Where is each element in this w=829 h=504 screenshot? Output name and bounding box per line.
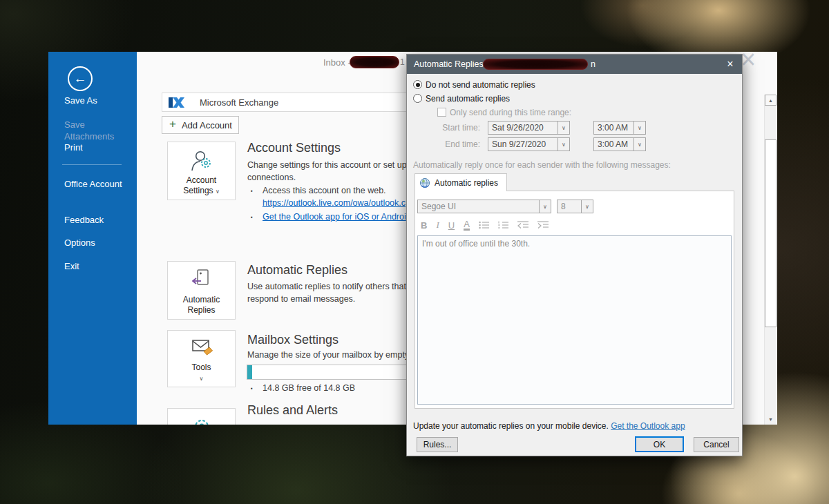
radio-do-not-send[interactable] — [413, 80, 422, 89]
rules-button-label: Rules... — [423, 440, 452, 449]
end-time-value: 3:00 AM — [594, 139, 633, 149]
mailbox-tools-button[interactable]: Tools ∨ — [167, 330, 236, 387]
section-title-rules-alerts: Rules and Alerts — [247, 403, 338, 418]
reply-message-text: I'm out of office until the 30th. — [422, 239, 530, 249]
globe-icon — [419, 177, 430, 188]
scrollbar-up-button[interactable]: ▲ — [765, 95, 776, 106]
plus-icon: + — [169, 117, 176, 131]
start-date-dropdown[interactable]: Sat 9/26/2020 ∨ — [488, 121, 570, 135]
bold-button[interactable]: B — [421, 220, 427, 231]
back-button[interactable]: ← — [68, 66, 93, 91]
reply-editor-panel: Segoe UI ∨ 8 ∨ B I U A — [414, 191, 734, 409]
increase-indent-button[interactable] — [537, 221, 549, 229]
sidebar-item-save-attachments[interactable]: Save Attachments — [64, 119, 133, 142]
chevron-down-icon: ∨ — [633, 122, 645, 134]
underline-button[interactable]: U — [448, 220, 455, 231]
end-time-label: End time: — [440, 139, 480, 149]
automatic-replies-desc-1: Use automatic replies to notify others t… — [247, 282, 413, 291]
mailbox-storage-text: 14.8 GB free of 14.8 GB — [263, 383, 355, 393]
mobile-update-text: Update your automatic replies on your mo… — [413, 421, 609, 431]
section-title-account-settings: Account Settings — [247, 141, 341, 155]
automatic-replies-desc-2: respond to email messages. — [247, 294, 355, 304]
get-outlook-app-dialog-link[interactable]: Get the Outlook app — [611, 421, 685, 431]
start-time-dropdown[interactable]: 3:00 AM ∨ — [593, 121, 646, 135]
sidebar-item-options[interactable]: Options — [64, 237, 133, 249]
chevron-down-icon: ∨ — [200, 376, 204, 382]
font-size-value: 8 — [558, 202, 581, 211]
decrease-indent-button[interactable] — [517, 221, 528, 229]
dialog-titlebar[interactable]: Automatic Replies - n × — [407, 55, 742, 74]
add-account-button[interactable]: + Add Account — [162, 116, 239, 134]
section-title-automatic-replies: Automatic Replies — [247, 263, 347, 278]
start-time-label: Start time: — [440, 123, 480, 133]
mailbox-desc: Manage the size of your mailbox by empty… — [247, 350, 411, 360]
account-web-access-text: Access this account on the web. — [263, 186, 386, 195]
vertical-scrollbar[interactable]: ▲ ▼ — [764, 95, 776, 425]
redacted-email-header — [350, 56, 399, 68]
radio-selected-dot — [416, 83, 420, 87]
tab-automatic-replies[interactable]: Automatic replies — [414, 173, 507, 191]
sidebar-item-feedback[interactable]: Feedback — [64, 214, 133, 226]
cancel-button-label: Cancel — [703, 440, 729, 449]
dialog-close-button[interactable]: × — [723, 56, 738, 72]
time-range-label[interactable]: Only send during this time range: — [450, 108, 571, 117]
font-family-value: Segoe UI — [418, 202, 539, 211]
start-date-value: Sat 9/26/2020 — [488, 123, 558, 133]
end-date-dropdown[interactable]: Sun 9/27/2020 ∨ — [488, 137, 570, 151]
sidebar-item-print[interactable]: Print — [64, 142, 133, 153]
card-label-line1: Tools — [191, 362, 211, 372]
window-close-icon[interactable]: × — [741, 52, 756, 75]
reply-message-textarea[interactable]: I'm out of office until the 30th. — [417, 235, 732, 405]
bullet-icon: ▪ — [251, 385, 253, 391]
sidebar-item-save-as[interactable]: Save As — [64, 95, 133, 106]
automatic-replies-dialog: Automatic Replies - n × Do not send auto… — [406, 54, 743, 456]
folder-breadcrumb-trail: 1 — [400, 57, 405, 67]
end-time-dropdown[interactable]: 3:00 AM ∨ — [593, 137, 646, 151]
automatic-replies-button[interactable]: Automatic Replies — [167, 261, 236, 320]
chevron-down-icon: ∨ — [581, 200, 593, 213]
sidebar-item-office-account[interactable]: Office Account — [64, 178, 133, 190]
automatic-replies-icon — [188, 269, 216, 292]
chevron-down-icon: ∨ — [558, 138, 569, 151]
desktop-wallpaper: ← Save As Save Attachments Print Office … — [0, 0, 829, 504]
card-label-line2: Settings — [183, 186, 213, 195]
section-title-mailbox-settings: Mailbox Settings — [247, 333, 339, 347]
radio-do-not-send-label[interactable]: Do not send automatic replies — [426, 80, 535, 90]
chevron-down-icon: ∨ — [539, 200, 551, 213]
get-outlook-app-link[interactable]: Get the Outlook app for iOS or Androi — [263, 212, 406, 222]
radio-send-label[interactable]: Send automatic replies — [426, 94, 510, 104]
scrollbar-down-button[interactable]: ▼ — [765, 414, 776, 425]
rules-alerts-button[interactable] — [167, 408, 236, 425]
radio-send[interactable] — [413, 94, 422, 103]
font-color-button[interactable]: A — [464, 220, 470, 231]
end-date-value: Sun 9/27/2020 — [488, 139, 558, 149]
cancel-button[interactable]: Cancel — [694, 437, 739, 452]
font-family-dropdown[interactable]: Segoe UI ∨ — [417, 200, 551, 213]
rules-button[interactable]: Rules... — [417, 437, 458, 452]
dialog-title: Automatic Replies - — [414, 59, 488, 69]
bullet-list-button[interactable] — [479, 221, 489, 229]
numbered-list-button[interactable] — [498, 221, 508, 229]
ok-button[interactable]: OK — [635, 436, 684, 452]
account-settings-desc-1: Change settings for this account or set … — [247, 160, 417, 170]
font-size-dropdown[interactable]: 8 ∨ — [557, 200, 593, 213]
exchange-logo-icon — [168, 95, 186, 111]
bullet-icon: ▪ — [251, 214, 253, 220]
mailbox-cleanup-icon — [188, 338, 216, 360]
format-toolbar: B I U A — [421, 220, 549, 231]
account-settings-button[interactable]: Account Settings ∨ — [167, 142, 236, 200]
card-label-line2: Replies — [187, 305, 215, 315]
redacted-email-title — [483, 59, 588, 70]
backstage-sidebar: ← Save As Save Attachments Print Office … — [48, 52, 137, 425]
ok-button-label: OK — [654, 440, 665, 449]
time-range-checkbox[interactable] — [437, 108, 446, 117]
sidebar-item-exit[interactable]: Exit — [64, 260, 133, 272]
card-label-line1: Account — [187, 175, 216, 185]
up-arrow-icon: ▲ — [768, 98, 773, 103]
italic-button[interactable]: I — [436, 220, 439, 231]
owa-link[interactable]: https://outlook.live.com/owa/outlook.c — [263, 198, 406, 208]
chevron-down-icon: ∨ — [216, 188, 220, 195]
close-icon: × — [727, 58, 733, 70]
scrollbar-thumb[interactable] — [765, 139, 776, 327]
mailbox-usage-fill — [247, 365, 252, 379]
